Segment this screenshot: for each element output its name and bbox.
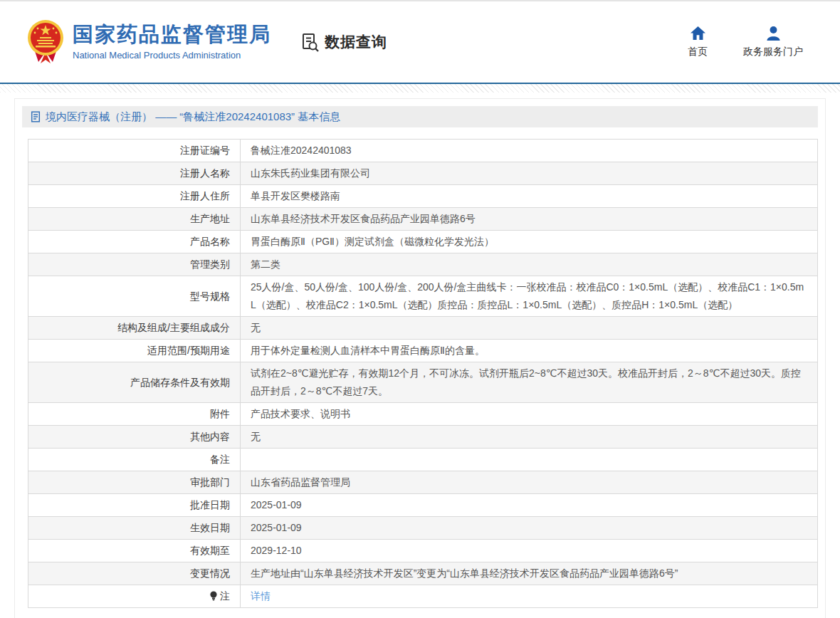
- site-header: 国家药品监督管理局 National Medical Products Admi…: [0, 1, 840, 84]
- document-icon: [31, 111, 41, 122]
- field-value-text: 第二类: [251, 258, 280, 270]
- table-row: 注详情: [28, 585, 818, 608]
- content-container: 境内医疗器械（注册） —— “鲁械注准20242401083” 基本信息 注册证…: [14, 98, 826, 618]
- brand: 国家药品监督管理局 National Medical Products Admi…: [27, 19, 271, 65]
- field-label: 有效期至: [28, 540, 241, 562]
- field-value-text: 25人份/盒、50人份/盒、100人份/盒、200人份/盒主曲线卡：一张校准品：…: [251, 281, 804, 310]
- table-row: 审批部门山东省药品监督管理局: [28, 471, 818, 494]
- field-label: 适用范围/预期用途: [28, 340, 241, 362]
- field-label-text: 产品名称: [190, 236, 230, 247]
- field-label-text: 注: [220, 590, 230, 602]
- field-label: 生产地址: [28, 208, 241, 231]
- field-label-text: 注册证编号: [180, 145, 230, 156]
- page: 国家药品监督管理局 National Medical Products Admi…: [0, 0, 840, 618]
- field-label: 备注: [28, 449, 241, 471]
- field-value-text: 无: [251, 431, 261, 442]
- field-value: 山东朱氏药业集团有限公司: [241, 162, 818, 185]
- field-label-text: 变更情况: [190, 567, 230, 579]
- field-value-text: 山东单县经济技术开发区食品药品产业园单德路6号: [251, 213, 476, 224]
- field-label: 批准日期: [28, 494, 241, 517]
- table-row: 管理类别第二类: [28, 253, 818, 276]
- field-label-text: 适用范围/预期用途: [147, 345, 230, 356]
- table-row: 注册人住所单县开发区樊楼路南: [28, 185, 818, 208]
- field-label: 其他内容: [28, 426, 241, 449]
- info-table-body: 注册证编号鲁械注准20242401083注册人名称山东朱氏药业集团有限公司注册人…: [28, 140, 818, 608]
- table-row: 变更情况生产地址由“山东单县经济技术开发区”变更为“山东单县经济技术开发区食品药…: [28, 562, 818, 585]
- data-query-section[interactable]: 数据查询: [300, 32, 387, 53]
- field-label: 管理类别: [28, 253, 241, 276]
- page-title: 境内医疗器械（注册） —— “鲁械注准20242401083” 基本信息: [46, 110, 340, 124]
- table-row: 生产地址山东单县经济技术开发区食品药品产业园单德路6号: [28, 208, 818, 231]
- field-label-text: 生产地址: [190, 213, 230, 224]
- field-value: 生产地址由“山东单县经济技术开发区”变更为“山东单县经济技术开发区食品药品产业园…: [241, 562, 818, 585]
- table-row: 适用范围/预期用途用于体外定量检测人血清样本中胃蛋白酶原Ⅱ的含量。: [28, 340, 818, 362]
- field-label-text: 批准日期: [190, 499, 230, 510]
- table-row: 结构及组成/主要组成成分无: [28, 317, 818, 340]
- field-label-text: 管理类别: [190, 258, 230, 270]
- field-label-text: 备注: [210, 454, 230, 465]
- table-row: 注册证编号鲁械注准20242401083: [28, 140, 818, 162]
- header-nav: 首页 政务服务门户: [688, 26, 803, 58]
- field-value: 产品技术要求、说明书: [241, 403, 818, 426]
- field-label: 生效日期: [28, 517, 241, 540]
- table-row: 生效日期2025-01-09: [28, 517, 818, 540]
- user-icon: [765, 26, 782, 41]
- field-label-text: 型号规格: [190, 290, 230, 302]
- field-value: 2029-12-10: [241, 540, 818, 562]
- nav-label-gov-portal: 政务服务门户: [743, 46, 803, 58]
- field-label: 注册证编号: [28, 140, 241, 162]
- document-search-icon: [300, 32, 320, 53]
- field-label-text: 审批部门: [190, 476, 230, 488]
- field-value-text: 鲁械注准20242401083: [251, 145, 352, 156]
- table-row: 附件产品技术要求、说明书: [28, 403, 818, 426]
- field-value-text: 山东省药品监督管理局: [251, 476, 350, 488]
- field-label-text: 产品储存条件及有效期: [130, 377, 230, 388]
- field-value-text: 生产地址由“山东单县经济技术开发区”变更为“山东单县经济技术开发区食品药品产业园…: [251, 567, 678, 579]
- field-value: 山东省药品监督管理局: [241, 471, 818, 494]
- table-row: 批准日期2025-01-09: [28, 494, 818, 517]
- org-name-en: National Medical Products Administration: [73, 50, 271, 61]
- field-value: 试剂在2~8℃避光贮存，有效期12个月，不可冰冻。试剂开瓶后2~8℃不超过30天…: [241, 362, 818, 403]
- table-row: 型号规格25人份/盒、50人份/盒、100人份/盒、200人份/盒主曲线卡：一张…: [28, 276, 818, 317]
- brand-text: 国家药品监督管理局 National Medical Products Admi…: [73, 23, 271, 61]
- field-value: 2025-01-09: [241, 517, 818, 540]
- nav-item-gov-portal[interactable]: 政务服务门户: [743, 26, 803, 58]
- table-row: 备注: [28, 449, 818, 471]
- decorative-stripe-band: [0, 84, 840, 93]
- org-name-cn: 国家药品监督管理局: [73, 23, 271, 46]
- field-label: 产品名称: [28, 231, 241, 253]
- field-value: 无: [241, 317, 818, 340]
- table-row: 其他内容无: [28, 426, 818, 449]
- field-value-text: 2025-01-09: [251, 522, 302, 533]
- field-label: 产品储存条件及有效期: [28, 362, 241, 403]
- field-label: 变更情况: [28, 562, 241, 585]
- field-value-text: 试剂在2~8℃避光贮存，有效期12个月，不可冰冻。试剂开瓶后2~8℃不超过30天…: [251, 367, 801, 397]
- home-icon: [690, 26, 706, 41]
- field-value-text: 2025-01-09: [251, 499, 302, 510]
- field-value-text: 胃蛋白酶原Ⅱ（PGⅡ）测定试剂盒（磁微粒化学发光法）: [251, 236, 494, 247]
- national-emblem-logo: [27, 19, 64, 65]
- field-value-text: 用于体外定量检测人血清样本中胃蛋白酶原Ⅱ的含量。: [251, 345, 485, 356]
- field-value-text: 山东朱氏药业集团有限公司: [251, 167, 370, 179]
- field-label-text: 注册人住所: [180, 190, 230, 201]
- field-label-text: 结构及组成/主要组成成分: [117, 322, 230, 333]
- field-value: 鲁械注准20242401083: [241, 140, 818, 162]
- detail-link[interactable]: 详情: [251, 590, 271, 602]
- field-label-text: 其他内容: [190, 431, 230, 442]
- table-row: 产品储存条件及有效期试剂在2~8℃避光贮存，有效期12个月，不可冰冻。试剂开瓶后…: [28, 362, 818, 403]
- field-value-text: 产品技术要求、说明书: [251, 408, 350, 419]
- field-label-text: 有效期至: [190, 545, 230, 556]
- field-label: 注册人住所: [28, 185, 241, 208]
- field-value: 胃蛋白酶原Ⅱ（PGⅡ）测定试剂盒（磁微粒化学发光法）: [241, 231, 818, 253]
- field-label-text: 附件: [210, 408, 230, 419]
- field-label-text: 生效日期: [190, 522, 230, 533]
- data-query-label: 数据查询: [325, 32, 387, 52]
- field-label: 附件: [28, 403, 241, 426]
- field-label: 注: [28, 585, 241, 608]
- page-title-bar: 境内医疗器械（注册） —— “鲁械注准20242401083” 基本信息: [22, 106, 818, 127]
- field-label: 审批部门: [28, 471, 241, 494]
- field-value: [241, 449, 818, 471]
- nav-item-home[interactable]: 首页: [688, 26, 708, 58]
- field-label: 注册人名称: [28, 162, 241, 185]
- registration-info-table: 注册证编号鲁械注准20242401083注册人名称山东朱氏药业集团有限公司注册人…: [28, 139, 818, 608]
